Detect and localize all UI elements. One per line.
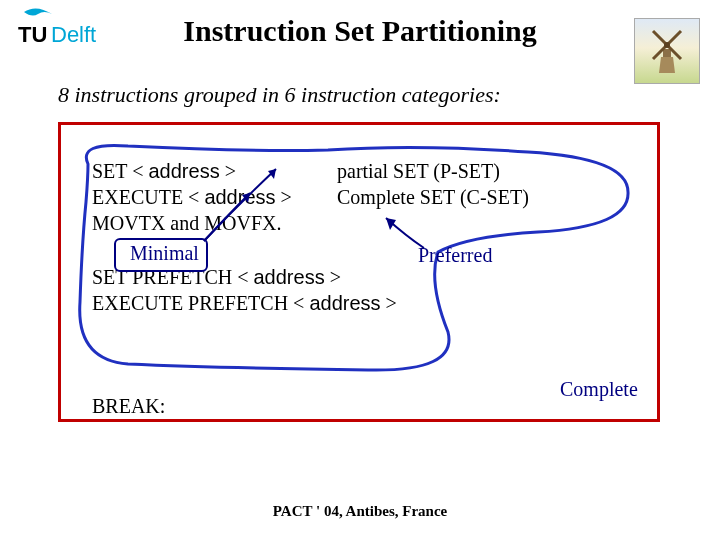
windmill-image [634,18,700,84]
instr-movtx-movfx: MOVTX and MOVFX. [92,210,652,236]
instr-execute: EXECUTE < address > [92,184,337,210]
instr-execute-prefetch: EXECUTE PREFETCH < address > [92,290,472,316]
subtitle: 8 instructions grouped in 6 instruction … [58,82,501,108]
slide-title: Instruction Set Partitioning [0,14,720,48]
instr-break: BREAK: [92,395,165,418]
instr-set: SET < address > [92,158,337,184]
svg-point-8 [664,42,670,48]
footer: PACT ' 04, Antibes, France [0,503,720,520]
minimal-label: Minimal [130,242,199,265]
complete-label: Complete [560,378,638,401]
preferred-label: Preferred [418,244,492,267]
instr-cset: Complete SET (C-SET) [337,184,652,210]
instr-pset: partial SET (P-SET) [337,158,652,184]
svg-marker-3 [659,57,675,73]
instruction-list: SET < address > partial SET (P-SET) EXEC… [92,158,652,316]
